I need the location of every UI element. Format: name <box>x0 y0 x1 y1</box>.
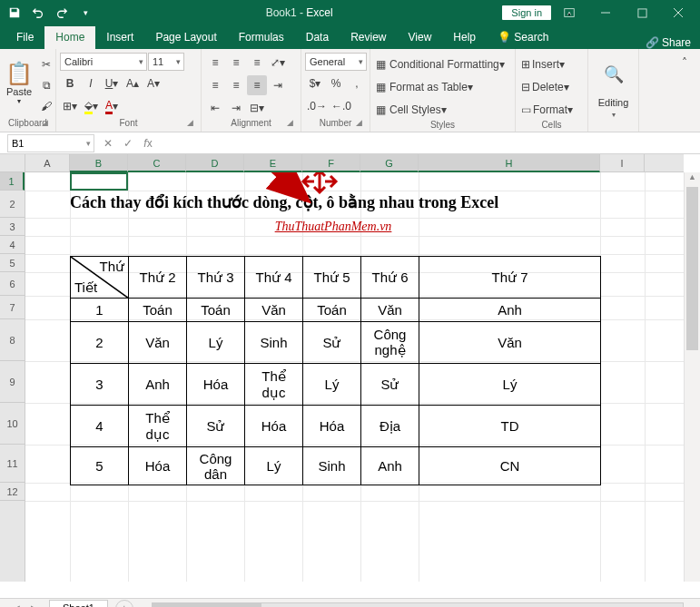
increase-font-icon[interactable]: A▴ <box>123 73 143 93</box>
row-headers[interactable]: 123456789101112 <box>0 172 25 582</box>
accounting-icon[interactable]: $▾ <box>305 73 325 93</box>
tab-file[interactable]: File <box>5 26 44 49</box>
column-headers[interactable]: ABCDEFGHI <box>25 154 684 172</box>
decrease-font-icon[interactable]: A▾ <box>143 73 163 93</box>
align-left-icon[interactable]: ≡ <box>205 75 225 95</box>
tab-help[interactable]: Help <box>442 26 487 49</box>
collapse-ribbon-icon[interactable]: ˄ <box>675 53 695 73</box>
cancel-formula-icon[interactable]: ✕ <box>98 137 118 150</box>
save-icon[interactable] <box>4 3 25 23</box>
number-launcher-icon[interactable]: ◢ <box>353 118 364 129</box>
insert-cells-button[interactable]: ⊞ Insert▾ <box>519 54 585 74</box>
copy-icon[interactable]: ⧉ <box>36 75 56 95</box>
bold-button[interactable]: B <box>60 73 80 93</box>
comma-icon[interactable]: , <box>347 73 367 93</box>
underline-button[interactable]: U▾ <box>102 73 122 93</box>
tab-review[interactable]: Review <box>340 26 397 49</box>
row-header-8[interactable]: 8 <box>0 319 25 361</box>
table-header: Thứ 5 <box>303 257 361 299</box>
tab-insert[interactable]: Insert <box>95 26 144 49</box>
align-middle-icon[interactable]: ≡ <box>226 53 246 73</box>
column-header-I[interactable]: I <box>600 154 645 172</box>
font-size-combo[interactable]: 11 <box>148 53 184 71</box>
sheet-nav-prev-icon[interactable]: ◀ <box>7 603 25 607</box>
delete-cells-button[interactable]: ⊟ Delete▾ <box>519 77 585 97</box>
decrease-decimal-icon[interactable]: ←.0 <box>330 96 353 116</box>
redo-icon[interactable] <box>51 3 73 23</box>
column-header-H[interactable]: H <box>419 154 600 172</box>
row-header-4[interactable]: 4 <box>0 236 25 254</box>
fx-icon[interactable]: fx <box>138 137 158 150</box>
cell-styles-button[interactable]: ▦ Cell Styles▾ <box>374 100 510 120</box>
column-header-B[interactable]: B <box>70 154 128 172</box>
horizontal-scrollbar[interactable] <box>152 602 684 608</box>
font-name-combo[interactable]: Calibri <box>60 53 147 71</box>
sign-in-button[interactable]: Sign in <box>502 5 551 20</box>
font-launcher-icon[interactable]: ◢ <box>184 118 195 129</box>
format-cells-button[interactable]: ▭ Format▾ <box>519 100 585 120</box>
qat-customize-icon[interactable]: ▾ <box>74 3 96 23</box>
alignment-launcher-icon[interactable]: ◢ <box>284 118 295 129</box>
percent-icon[interactable]: % <box>326 73 346 93</box>
wrap-text-icon[interactable]: ⇥ <box>268 75 288 95</box>
enter-formula-icon[interactable]: ✓ <box>118 137 138 150</box>
align-right-icon[interactable]: ≡ <box>247 75 267 95</box>
row-header-11[interactable]: 11 <box>0 445 25 483</box>
add-sheet-button[interactable]: + <box>115 600 133 608</box>
column-header-C[interactable]: C <box>128 154 186 172</box>
row-header-3[interactable]: 3 <box>0 218 25 236</box>
font-color-icon[interactable]: A▾ <box>102 96 122 116</box>
column-header-G[interactable]: G <box>360 154 419 172</box>
undo-icon[interactable] <box>27 3 49 23</box>
row-header-12[interactable]: 12 <box>0 483 25 501</box>
sheet-nav-next-icon[interactable]: ▶ <box>25 603 44 607</box>
sheet-tab[interactable]: Sheet1 <box>49 600 108 607</box>
orientation-icon[interactable]: ⤢▾ <box>268 53 288 73</box>
row-header-2[interactable]: 2 <box>0 191 25 218</box>
paste-button[interactable]: 📋 Paste ▾ <box>4 53 35 113</box>
worksheet-grid[interactable]: ABCDEFGHI 123456789101112 Cách thay đổi … <box>0 154 700 598</box>
number-format-combo[interactable]: General <box>305 53 367 71</box>
row-header-5[interactable]: 5 <box>0 254 25 272</box>
borders-icon[interactable]: ⊞▾ <box>60 96 80 116</box>
increase-indent-icon[interactable]: ⇥ <box>226 98 246 118</box>
format-painter-icon[interactable]: 🖌 <box>36 96 56 116</box>
tab-view[interactable]: View <box>398 26 443 49</box>
row-header-9[interactable]: 9 <box>0 361 25 403</box>
row-header-6[interactable]: 6 <box>0 272 25 296</box>
row-header-7[interactable]: 7 <box>0 296 25 319</box>
tell-me[interactable]: 💡 Search <box>487 26 559 49</box>
row-header-1[interactable]: 1 <box>0 172 25 191</box>
fill-color-icon[interactable]: ⬙▾ <box>81 96 101 116</box>
align-center-icon[interactable]: ≡ <box>226 75 246 95</box>
share-button[interactable]: 🔗 Share <box>646 36 691 49</box>
merge-center-icon[interactable]: ⊟▾ <box>247 98 267 118</box>
increase-decimal-icon[interactable]: .0→ <box>305 96 329 116</box>
close-button[interactable] <box>660 0 696 25</box>
vertical-scrollbar[interactable]: ▲ <box>684 172 700 582</box>
column-header-E[interactable]: E <box>244 154 302 172</box>
decrease-indent-icon[interactable]: ⇤ <box>205 98 225 118</box>
align-top-icon[interactable]: ≡ <box>205 53 225 73</box>
select-all-corner[interactable] <box>0 154 25 172</box>
clipboard-launcher-icon[interactable]: ◢ <box>39 118 50 129</box>
name-box[interactable]: B1 <box>7 134 94 152</box>
italic-button[interactable]: I <box>81 73 101 93</box>
maximize-button[interactable] <box>624 0 660 25</box>
formula-input[interactable] <box>158 134 700 152</box>
cut-icon[interactable]: ✂ <box>36 54 56 74</box>
column-header-D[interactable]: D <box>186 154 244 172</box>
minimize-button[interactable] <box>587 0 624 25</box>
tab-formulas[interactable]: Formulas <box>228 26 295 49</box>
conditional-formatting-button[interactable]: ▦ Conditional Formatting▾ <box>374 54 510 74</box>
tab-page-layout[interactable]: Page Layout <box>144 26 227 49</box>
tab-data[interactable]: Data <box>295 26 340 49</box>
tab-home[interactable]: Home <box>44 26 95 49</box>
ribbon-options-icon[interactable] <box>551 0 587 25</box>
column-header-A[interactable]: A <box>25 154 70 172</box>
row-header-10[interactable]: 10 <box>0 403 25 445</box>
editing-dropdown-icon[interactable]: 🔍 <box>602 54 626 94</box>
align-bottom-icon[interactable]: ≡ <box>247 53 267 73</box>
column-header-F[interactable]: F <box>302 154 360 172</box>
format-as-table-button[interactable]: ▦ Format as Table▾ <box>374 77 510 97</box>
